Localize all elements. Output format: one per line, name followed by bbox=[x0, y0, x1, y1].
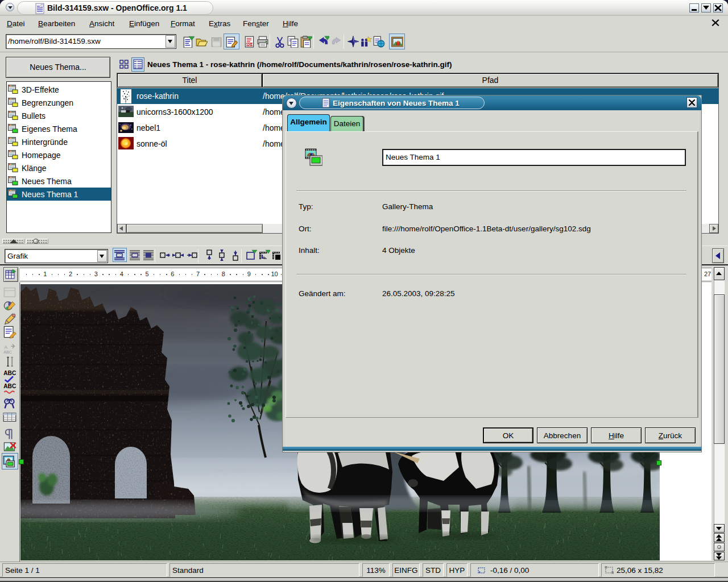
svg-text:ABC: ABC bbox=[3, 383, 16, 389]
svg-text:ABC: ABC bbox=[3, 370, 16, 376]
svg-text:ABC: ABC bbox=[3, 350, 12, 355]
